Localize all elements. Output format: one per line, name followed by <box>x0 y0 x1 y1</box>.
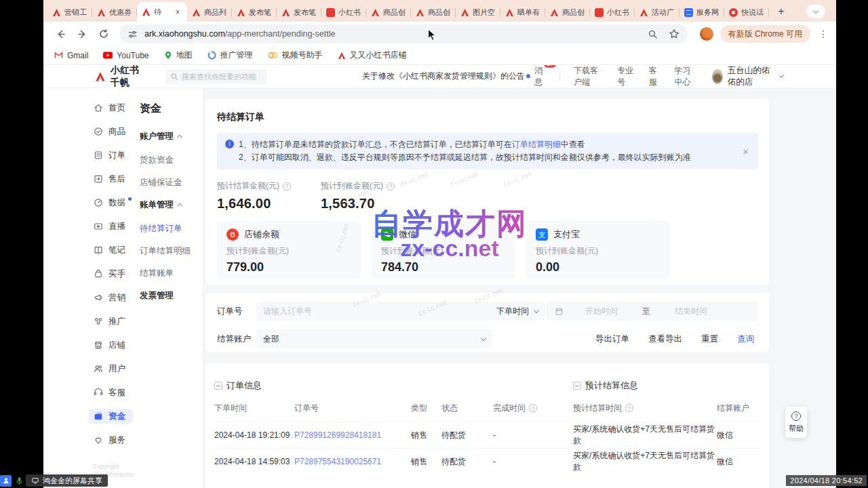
download-client-link[interactable]: 下载客户端 <box>574 65 604 88</box>
announcement-link[interactable]: 关于修改《小红书商家发货管理规则》的公告 <box>362 70 525 82</box>
table-row[interactable]: 2024-04-18 19:21:09 P728991269928418181 … <box>214 422 761 448</box>
browser-tab[interactable]: 小红书 <box>321 3 366 22</box>
date-range-picker[interactable]: 开始时间 至 结束时间 <box>547 302 758 321</box>
notice-settle-detail-link[interactable]: 订单结算明细 <box>512 140 561 149</box>
browser-tab[interactable]: 发布笔 <box>232 3 277 22</box>
chrome-update-chip[interactable]: 有新版 Chrome 可用 <box>720 25 810 43</box>
browser-tab[interactable]: 优惠券 <box>92 3 137 22</box>
browser-tab[interactable]: 小红书 <box>590 3 635 22</box>
browser-tab[interactable]: 营销工 <box>47 3 92 22</box>
bookmark-youtube[interactable]: YouTube <box>103 51 149 60</box>
rail-item-orders[interactable]: 订单 <box>89 148 133 163</box>
rail-item-buyer[interactable]: 买手 <box>89 266 133 281</box>
rail-item-home[interactable]: 首页 <box>89 100 133 115</box>
store-menu[interactable]: 五台山的佑佑的店 <box>712 65 783 88</box>
rail-item-notes[interactable]: 笔记 <box>89 243 133 258</box>
collapse-icon[interactable] <box>214 382 222 390</box>
chrome-menu-icon[interactable] <box>817 28 829 40</box>
messages-link[interactable]: 消息 17 <box>525 65 546 88</box>
tab-close-icon[interactable] <box>173 7 182 17</box>
app-search-input[interactable] <box>165 69 267 84</box>
browser-tab[interactable]: 发布笔 <box>277 3 321 22</box>
date-start-placeholder[interactable]: 开始时间 <box>585 306 618 317</box>
rail-item-promotion[interactable]: 推广 <box>89 314 133 329</box>
reset-button[interactable]: 重置 <box>701 333 718 345</box>
subnav-item-pending-settle[interactable]: 待结算订单 <box>140 223 203 235</box>
query-button[interactable]: 查询 <box>737 333 754 345</box>
bookmark-promo[interactable]: 推广管理 <box>208 49 253 61</box>
export-orders-button[interactable]: 导出订单 <box>595 333 629 345</box>
browser-tab[interactable]: 快说话 <box>724 3 769 22</box>
rail-item-goods[interactable]: 商品 <box>89 124 133 139</box>
browser-tab[interactable]: 活动广 <box>635 3 679 22</box>
subnav-item-goods-funds[interactable]: 货款资金 <box>140 155 203 166</box>
order-no-input[interactable] <box>256 302 490 321</box>
browser-tab[interactable]: 商品创 <box>545 3 590 22</box>
tab-list-chevron-button[interactable] <box>806 5 825 18</box>
rail-item-users[interactable]: 用户 <box>89 361 133 376</box>
browser-tab[interactable]: 商品列 <box>187 3 232 22</box>
rail-item-shop[interactable]: 店铺 <box>89 338 133 352</box>
microphone-icon[interactable] <box>14 475 24 486</box>
tune-icon[interactable] <box>127 29 138 39</box>
rail-item-service[interactable]: 客服 <box>89 385 133 400</box>
close-icon[interactable] <box>743 145 749 158</box>
browser-tab[interactable]: 晒单有 <box>500 3 545 22</box>
back-button[interactable] <box>52 25 69 43</box>
question-icon[interactable] <box>529 404 537 412</box>
subnav-item-settle-bill[interactable]: 结算账单 <box>140 268 203 279</box>
table-row[interactable]: 2024-04-18 14:59:03 P728975543190025671 … <box>214 448 761 474</box>
stat-settle-amount: 预计结算金额(元) 1,646.00 <box>217 180 291 211</box>
search-icon[interactable] <box>648 29 658 39</box>
rail-item-marketing[interactable]: 营销 <box>89 290 133 305</box>
settle-account-select[interactable]: 全部 <box>256 329 492 348</box>
search-icon <box>170 73 178 81</box>
browser-tab[interactable]: 服务网 <box>679 3 724 22</box>
question-icon[interactable] <box>625 404 633 412</box>
rail-item-live[interactable]: 直播 <box>89 219 133 234</box>
browser-tab[interactable]: 图片空 <box>456 3 500 22</box>
subnav-item-deposit[interactable]: 店铺保证金 <box>140 177 203 188</box>
rail-item-aftersale[interactable]: 售后 <box>89 171 133 186</box>
reload-button[interactable] <box>95 25 113 43</box>
customer-service-link[interactable]: 客服 <box>649 65 661 88</box>
account-label: 预计到账金额(元) <box>226 245 351 257</box>
bookmark-star-icon[interactable] <box>669 28 679 39</box>
bookmark-gmail[interactable]: Gmail <box>54 51 88 60</box>
help-button[interactable]: 帮助 <box>785 407 807 438</box>
browser-tab-active[interactable]: 待 <box>137 2 187 22</box>
subnav-item-settle-detail[interactable]: 订单结算明细 <box>140 245 203 257</box>
date-end-placeholder[interactable]: 结束时间 <box>675 306 707 317</box>
rail-item-data[interactable]: 数据 <box>89 195 133 210</box>
youtube-icon <box>103 52 113 59</box>
view-export-button[interactable]: 查看导出 <box>648 333 682 345</box>
subnav-group-invoice[interactable]: 发票管理 <box>140 290 203 302</box>
rail-label: 售后 <box>108 174 125 185</box>
question-icon[interactable] <box>387 182 395 190</box>
browser-tab[interactable]: 商品创 <box>366 3 411 22</box>
group-settle-info[interactable]: 预计结算信息 <box>573 380 761 392</box>
participant-icon[interactable] <box>0 475 12 487</box>
col-done-time: 完成时间 <box>493 403 573 414</box>
chrome-profile-avatar[interactable] <box>700 27 713 41</box>
subnav-group-account[interactable]: 账户管理 <box>140 131 203 142</box>
app-brand[interactable]: 小红书千帆 <box>95 65 148 89</box>
order-link[interactable]: P728975543190025671 <box>294 457 411 466</box>
collapse-icon[interactable] <box>573 382 581 390</box>
order-time-select[interactable]: 下单时间 <box>490 302 545 321</box>
subnav-group-bills[interactable]: 账单管理 <box>140 199 203 211</box>
url-bar[interactable]: ark.xiaohongshu.com/app-merchant/pending… <box>119 24 688 43</box>
bookmark-qianfan-store[interactable]: 又又小红书店铺 <box>338 49 407 61</box>
new-tab-button[interactable] <box>773 3 789 20</box>
question-icon[interactable] <box>283 182 291 190</box>
bookmark-maps[interactable]: 地图 <box>164 49 193 61</box>
pro-account-link[interactable]: 专业号 <box>617 65 635 88</box>
browser-tab[interactable]: 商品创 <box>411 3 456 22</box>
rail-item-serve[interactable]: 服务 <box>89 432 133 447</box>
order-link[interactable]: P728991269928418181 <box>294 430 411 440</box>
group-order-info[interactable]: 订单信息 <box>214 380 573 392</box>
rail-item-funds[interactable]: 资金 <box>89 409 133 424</box>
bookmark-channels[interactable]: 视频号助手 <box>268 49 323 61</box>
learning-center-link[interactable]: 学习中心 <box>675 65 698 88</box>
forward-button[interactable] <box>73 25 91 43</box>
